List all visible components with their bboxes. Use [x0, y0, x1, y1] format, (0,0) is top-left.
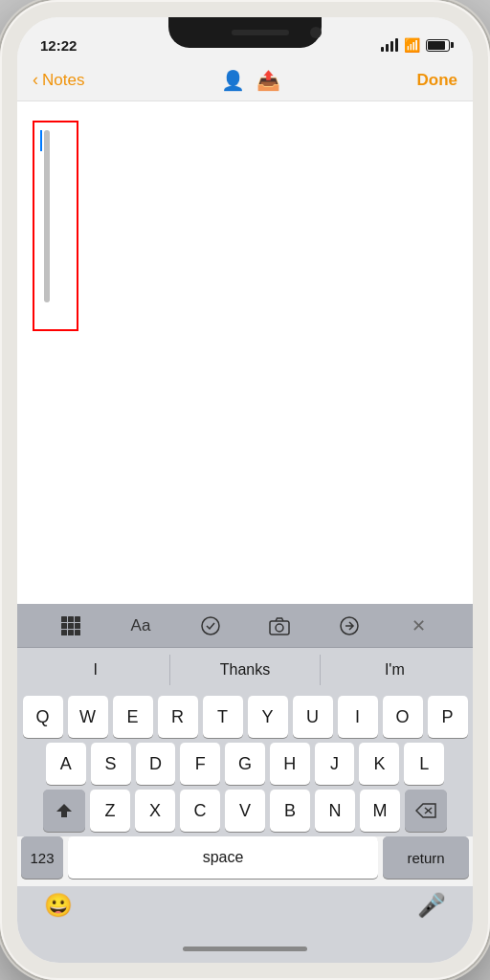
key-E[interactable]: E: [113, 696, 153, 738]
back-label: Notes: [42, 71, 84, 90]
key-R[interactable]: R: [158, 696, 198, 738]
keyboard-row-2: A S D F G H J K L: [21, 743, 469, 785]
predictive-word-1[interactable]: I: [21, 655, 170, 685]
key-A[interactable]: A: [46, 743, 86, 785]
red-highlight-box: [33, 121, 78, 331]
key-G[interactable]: G: [225, 743, 265, 785]
key-Q[interactable]: Q: [23, 696, 63, 738]
note-content-area[interactable]: [17, 101, 473, 604]
markup-button[interactable]: [332, 609, 367, 643]
key-I[interactable]: I: [338, 696, 378, 738]
key-J[interactable]: J: [315, 743, 355, 785]
scrollbar-indicator: [44, 130, 50, 302]
checklist-button[interactable]: [193, 609, 228, 643]
status-icons: 📶: [381, 37, 450, 53]
screen: 12:22 📶 ‹ Notes: [17, 17, 473, 963]
chevron-left-icon: ‹: [33, 70, 38, 90]
key-O[interactable]: O: [383, 696, 423, 738]
phone-frame: 12:22 📶 ‹ Notes: [0, 0, 490, 980]
home-indicator-area: [17, 934, 473, 963]
keyboard-toolbar: Aa ✕: [17, 604, 473, 648]
emoji-icon[interactable]: 😀: [44, 892, 73, 919]
key-B[interactable]: B: [270, 790, 310, 832]
key-L[interactable]: L: [404, 743, 444, 785]
delete-key[interactable]: [405, 790, 447, 832]
speaker: [232, 30, 289, 35]
key-N[interactable]: N: [315, 790, 355, 832]
svg-point-0: [202, 617, 219, 635]
back-button[interactable]: ‹ Notes: [33, 70, 84, 90]
key-C[interactable]: C: [180, 790, 220, 832]
key-V[interactable]: V: [225, 790, 265, 832]
key-X[interactable]: X: [135, 790, 175, 832]
close-toolbar-button[interactable]: ✕: [402, 609, 436, 643]
key-U[interactable]: U: [293, 696, 333, 738]
key-P[interactable]: P: [428, 696, 468, 738]
key-D[interactable]: D: [136, 743, 176, 785]
keyboard-row-1: Q W E R T Y U I O P: [21, 696, 469, 738]
notch: [168, 17, 322, 48]
key-K[interactable]: K: [359, 743, 399, 785]
key-S[interactable]: S: [91, 743, 131, 785]
microphone-icon[interactable]: 🎤: [417, 892, 446, 919]
status-time: 12:22: [40, 37, 77, 54]
table-grid-icon: [61, 616, 80, 635]
predictive-text-bar: I Thanks I'm: [17, 648, 473, 692]
bottom-bar: 😀 🎤: [17, 886, 473, 934]
key-T[interactable]: T: [203, 696, 243, 738]
camera-button[interactable]: [262, 609, 297, 643]
text-cursor: [40, 130, 42, 151]
nav-bar: ‹ Notes 👤 📤 Done: [17, 59, 473, 101]
key-Z[interactable]: Z: [90, 790, 130, 832]
keyboard: Q W E R T Y U I O P A S D F G H J: [17, 692, 473, 836]
battery-icon: [426, 39, 450, 52]
table-icon-button[interactable]: [54, 609, 88, 643]
keyboard-row-3: Z X C V B N M: [21, 790, 469, 832]
format-button[interactable]: Aa: [123, 609, 158, 643]
svg-rect-1: [270, 621, 289, 635]
predictive-word-2[interactable]: Thanks: [170, 655, 320, 685]
numbers-key[interactable]: 123: [21, 836, 63, 879]
nav-center-icons: 👤 📤: [221, 69, 280, 92]
home-bar: [183, 947, 307, 951]
svg-point-2: [276, 624, 283, 632]
share-icon[interactable]: 📤: [256, 69, 280, 92]
return-key[interactable]: return: [383, 836, 469, 879]
share-people-icon[interactable]: 👤: [221, 69, 245, 92]
key-Y[interactable]: Y: [248, 696, 288, 738]
wifi-icon: 📶: [404, 37, 420, 53]
space-key[interactable]: space: [68, 836, 378, 879]
key-F[interactable]: F: [180, 743, 220, 785]
key-M[interactable]: M: [360, 790, 400, 832]
predictive-word-3[interactable]: I'm: [321, 655, 469, 685]
text-cursor-area: [40, 130, 42, 151]
key-H[interactable]: H: [270, 743, 310, 785]
keyboard-bottom-row: 123 space return: [17, 836, 473, 886]
key-W[interactable]: W: [68, 696, 108, 738]
signal-bars: [381, 38, 398, 52]
shift-key[interactable]: [43, 790, 85, 832]
front-camera: [310, 27, 322, 38]
done-button[interactable]: Done: [416, 71, 457, 90]
